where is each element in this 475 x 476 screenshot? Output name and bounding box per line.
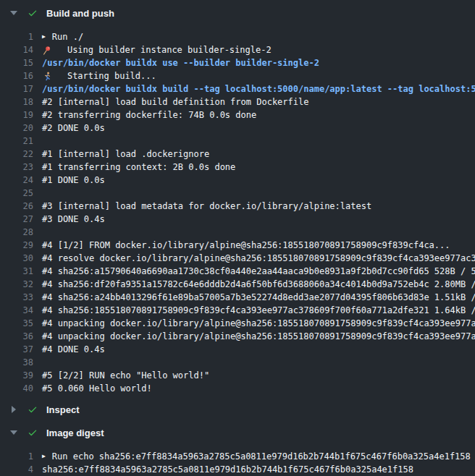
log-line: 4 sha256:e7ff8834a5963a2785c5a0811e979d1…	[0, 463, 475, 476]
line-text: #4 [1/2] FROM docker.io/library/alpine@s…	[42, 239, 450, 252]
log-line: 18 #2 [internal] load build definition f…	[0, 95, 475, 109]
line-number[interactable]: 1	[0, 450, 33, 463]
line-text: #3 [internal] load metadata for docker.i…	[42, 200, 371, 213]
section-header[interactable]: Inspect	[0, 401, 475, 418]
line-number[interactable]: 15	[0, 56, 33, 69]
line-number[interactable]: 34	[0, 304, 33, 317]
line-number[interactable]: 36	[0, 330, 33, 343]
line-number[interactable]: 1	[0, 30, 33, 43]
line-number[interactable]: 18	[0, 95, 33, 109]
line-number[interactable]: 26	[0, 200, 33, 213]
line-content: #4 sha256:185518070891758909c9f839cf4ca3…	[42, 304, 475, 317]
log-line: 33 #4 sha256:a24bb4013296f61e89ba57005a7…	[0, 291, 475, 304]
line-number[interactable]: 27	[0, 213, 33, 226]
line-text: #5 0.060 Hello world!	[42, 382, 152, 395]
line-number[interactable]: 30	[0, 252, 33, 265]
line-text: #5 [2/2] RUN echo "Hello world!"	[42, 369, 209, 382]
line-content: #4 DONE 0.4s	[42, 343, 105, 356]
success-check-icon	[27, 404, 38, 415]
line-content: #4 sha256:a24bb4013296f61e89ba57005a7b3e…	[42, 291, 475, 304]
section-title: Inspect	[46, 404, 80, 415]
pushpin-icon	[42, 43, 63, 56]
log-line: 40 #5 0.060 Hello world!	[0, 382, 475, 395]
line-number[interactable]: 24	[0, 174, 33, 187]
line-text: #2 transferring dockerfile: 74B 0.0s don…	[42, 109, 256, 122]
chevron-down-icon[interactable]	[9, 430, 17, 435]
line-number[interactable]: 28	[0, 226, 33, 239]
expand-run-icon[interactable]: ▶	[42, 450, 46, 463]
runner-icon	[42, 69, 63, 82]
line-number[interactable]: 38	[0, 356, 33, 369]
line-content: #1 transferring context: 2B 0.0s done	[42, 161, 235, 174]
line-number[interactable]: 19	[0, 109, 33, 122]
line-text: #1 transferring context: 2B 0.0s done	[42, 161, 235, 174]
section-lines: 1 ▶Run ./ 14 Using builder instance buil…	[0, 30, 475, 395]
line-number[interactable]: 37	[0, 343, 33, 356]
log-section-build-and-push: Build and push 1 ▶Run ./ 14 Using builde…	[0, 4, 475, 395]
workflow-log-viewer: Build and push 1 ▶Run ./ 14 Using builde…	[0, 4, 475, 476]
log-line: 26 #3 [internal] load metadata for docke…	[0, 200, 475, 213]
line-number[interactable]: 14	[0, 43, 33, 56]
log-line: 28	[0, 226, 475, 239]
log-line: 32 #4 sha256:df20fa9351a15782c64e6dddb2d…	[0, 278, 475, 291]
line-content: #3 DONE 0.4s	[42, 213, 105, 226]
line-number[interactable]: 23	[0, 161, 33, 174]
log-line: 38	[0, 356, 475, 369]
chevron-down-icon[interactable]	[9, 11, 17, 15]
line-content: #2 [internal] load build definition from…	[42, 95, 308, 109]
log-line: 22 #1 [internal] load .dockerignore	[0, 148, 475, 161]
line-text: #4 unpacking docker.io/library/alpine@sh…	[42, 330, 475, 343]
line-number[interactable]: 40	[0, 382, 33, 395]
line-number[interactable]: 29	[0, 239, 33, 252]
line-content: #4 resolve docker.io/library/alpine@sha2…	[42, 252, 475, 265]
line-number[interactable]: 16	[0, 69, 33, 82]
line-number[interactable]: 31	[0, 265, 33, 278]
line-content: #4 sha256:a15790640a6690aa1730c38cf0a440…	[42, 265, 475, 278]
line-content: #3 [internal] load metadata for docker.i…	[42, 200, 371, 213]
line-text: #1 DONE 0.0s	[42, 174, 105, 187]
line-content: #4 unpacking docker.io/library/alpine@sh…	[42, 330, 475, 343]
log-section-inspect: Inspect	[0, 401, 475, 418]
line-content: ▶Run echo sha256:e7ff8834a5963a2785c5a08…	[42, 450, 471, 463]
section-header[interactable]: Image digest	[0, 424, 475, 441]
line-content: #2 DONE 0.0s	[42, 122, 105, 135]
expand-run-icon[interactable]: ▶	[42, 30, 46, 43]
log-line: 15 /usr/bin/docker buildx use --builder …	[0, 56, 475, 69]
log-line: 27 #3 DONE 0.4s	[0, 213, 475, 226]
log-line: 14 Using builder instance builder-single…	[0, 43, 475, 56]
line-text: #3 DONE 0.4s	[42, 213, 105, 226]
section-header[interactable]: Build and push	[0, 4, 475, 22]
line-number[interactable]: 20	[0, 122, 33, 135]
line-content: /usr/bin/docker buildx build --tag local…	[42, 82, 475, 95]
line-text: /usr/bin/docker buildx build --tag local…	[42, 82, 475, 95]
log-line: 19 #2 transferring dockerfile: 74B 0.0s …	[0, 109, 475, 122]
line-content: /usr/bin/docker buildx use --builder bui…	[42, 56, 319, 69]
line-text: #2 [internal] load build definition from…	[42, 95, 308, 109]
line-content: #2 transferring dockerfile: 74B 0.0s don…	[42, 109, 256, 122]
line-number[interactable]: 32	[0, 278, 33, 291]
chevron-right-icon[interactable]	[9, 406, 17, 413]
line-content: #1 DONE 0.0s	[42, 174, 105, 187]
line-number[interactable]: 22	[0, 148, 33, 161]
line-number[interactable]: 25	[0, 187, 33, 200]
line-number[interactable]: 4	[0, 463, 33, 476]
log-line: 34 #4 sha256:185518070891758909c9f839cf4…	[0, 304, 475, 317]
line-text: #1 [internal] load .dockerignore	[42, 148, 209, 161]
line-number[interactable]: 35	[0, 317, 33, 330]
line-number[interactable]: 17	[0, 82, 33, 95]
line-text: #4 resolve docker.io/library/alpine@sha2…	[42, 252, 475, 265]
line-number[interactable]: 39	[0, 369, 33, 382]
log-line: 23 #1 transferring context: 2B 0.0s done	[0, 161, 475, 174]
line-content: Using builder instance builder-single-2	[42, 43, 272, 56]
section-title: Image digest	[46, 428, 104, 438]
line-number[interactable]: 33	[0, 291, 33, 304]
line-text: #4 DONE 0.4s	[42, 343, 105, 356]
log-line: 29 #4 [1/2] FROM docker.io/library/alpin…	[0, 239, 475, 252]
line-text: /usr/bin/docker buildx use --builder bui…	[42, 56, 319, 69]
line-text: Run ./	[52, 30, 83, 43]
line-text: Using builder instance builder-single-2	[67, 43, 272, 56]
line-number[interactable]: 21	[0, 135, 33, 148]
line-text: sha256:e7ff8834a5963a2785c5a0811e979d16b…	[42, 463, 413, 476]
log-line: 24 #1 DONE 0.0s	[0, 174, 475, 187]
log-line: 20 #2 DONE 0.0s	[0, 122, 475, 135]
